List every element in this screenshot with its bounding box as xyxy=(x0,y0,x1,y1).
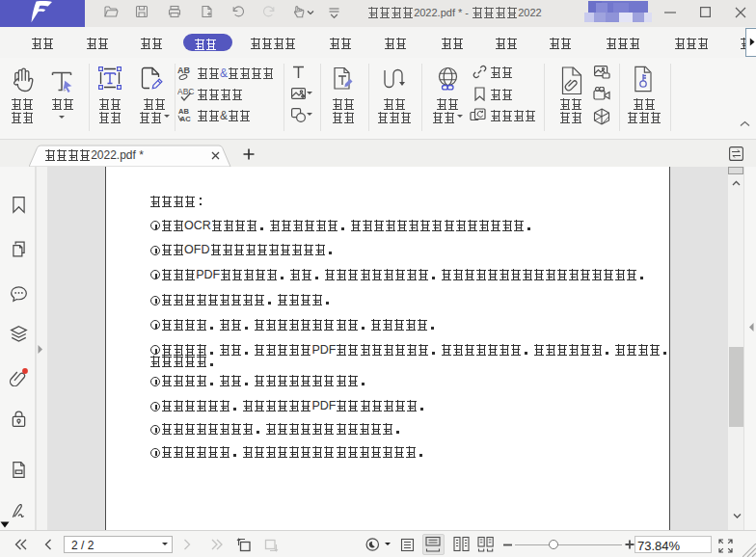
svg-text:AB: AB xyxy=(177,66,190,75)
svg-text:ABC: ABC xyxy=(177,87,194,96)
svg-text:AC: AC xyxy=(180,115,191,122)
